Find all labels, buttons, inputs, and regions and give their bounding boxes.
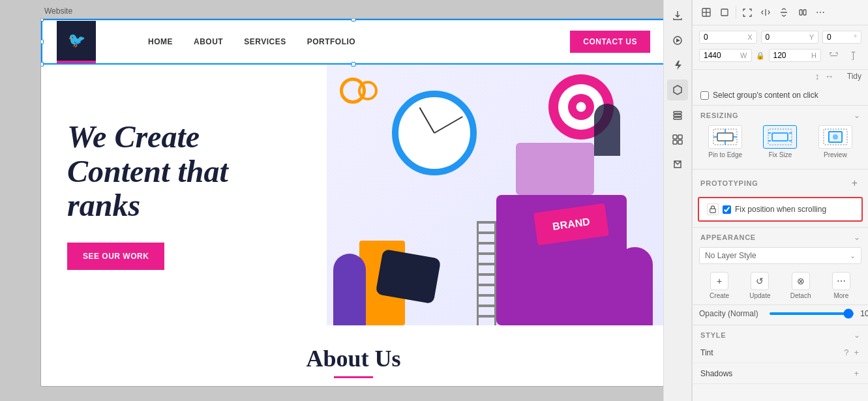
prototyping-section: PROTOTYPING + Fix position when scrollin… (693, 170, 868, 228)
resizing-chevron: ⌄ (854, 111, 860, 120)
detach-style-button[interactable]: ⊗ Detach (781, 272, 821, 299)
fit-height-button[interactable] (845, 47, 861, 64)
select-group-checkbox[interactable] (700, 91, 709, 100)
svg-rect-18 (717, 133, 733, 141)
y-input[interactable]: 0 (766, 33, 807, 42)
logo-icon: 🐦 (68, 32, 85, 49)
resizing-title: RESIZING (700, 111, 738, 119)
tidy-row: ↕ ↔ Tidy (693, 70, 868, 85)
fit-width-button[interactable] (825, 47, 842, 64)
ladder (477, 221, 496, 325)
play-icon[interactable] (667, 30, 688, 51)
svg-marker-2 (674, 85, 681, 95)
shadows-add-button[interactable]: + (852, 367, 860, 379)
toolbar-divider-1 (736, 6, 736, 19)
tint-actions: ? + (843, 346, 860, 359)
h-input-wrap: 120 H (769, 49, 822, 62)
hexagon-icon[interactable] (667, 80, 688, 100)
flip-v-button[interactable] (775, 4, 792, 21)
more-icon: ⋯ (832, 272, 850, 290)
shadows-label: Shadows (700, 369, 732, 378)
contact-button[interactable]: CONTACT US (570, 31, 650, 53)
handle-bc[interactable] (352, 62, 356, 67)
layer-style-dropdown[interactable]: No Layer Style ⌄ (699, 247, 861, 264)
svg-rect-9 (678, 140, 682, 144)
toolbar-top: ⋯ (693, 0, 868, 25)
hero-cta-button[interactable]: SEE OUR WORK (67, 243, 164, 270)
lock-icon[interactable]: 🔒 (756, 51, 765, 60)
about-underline (334, 376, 373, 378)
tint-row: Tint ? + (693, 342, 868, 363)
grid-icon[interactable] (667, 129, 688, 150)
person-figure-1 (594, 104, 620, 156)
opacity-value: 100% (858, 309, 868, 318)
handle-bl[interactable] (40, 62, 44, 67)
export-icon[interactable] (667, 5, 688, 26)
svg-rect-7 (678, 135, 682, 139)
preview-icon-box (818, 125, 852, 149)
site-hero: We Create Content that ranks SEE OUR WOR… (41, 65, 663, 325)
nav-links: HOME ABOUT SERVICES PORTFOLIO CONTACT US (148, 31, 650, 53)
update-style-button[interactable]: ↺ Update (740, 272, 780, 299)
style-title: STYLE (700, 331, 726, 339)
align-left-button[interactable] (698, 4, 715, 21)
prototyping-header[interactable]: PROTOTYPING + (693, 170, 868, 194)
svg-marker-1 (676, 38, 680, 42)
handle-tc[interactable] (352, 18, 356, 22)
fix-position-checkbox[interactable] (723, 205, 731, 214)
svg-rect-6 (673, 135, 677, 139)
preview-label: Preview (824, 151, 847, 158)
create-style-button[interactable]: + Create (699, 272, 740, 299)
flip-h-button[interactable] (757, 4, 774, 21)
person-figure-3 (617, 247, 653, 325)
fix-size-icon-box (763, 125, 797, 149)
site-about: About Us (41, 325, 663, 387)
tint-help-button[interactable]: ? (843, 346, 850, 359)
tint-add-button[interactable]: + (852, 346, 860, 359)
fix-position-row: Fix position when scrolling (698, 197, 863, 222)
fix-size-option[interactable]: Fix Size (755, 125, 805, 158)
nav-bar-container: 🐦 HOME ABOUT SERVICES PORTFOLIO CONTACT … (41, 19, 663, 65)
angle-input[interactable]: 0 (827, 33, 852, 42)
update-label: Update (749, 292, 770, 299)
prototyping-title: PROTOTYPING (700, 179, 758, 187)
right-panel: ⋯ 0 X 0 Y 0 ° 1440 W (692, 0, 868, 401)
h-input[interactable]: 120 (773, 51, 810, 60)
distribute-h2-button[interactable]: ↔ (825, 71, 834, 82)
w-input[interactable]: 1440 (704, 51, 738, 60)
nav-services: SERVICES (244, 37, 286, 46)
x-input[interactable]: 0 (704, 33, 745, 42)
tidy-button[interactable]: Tidy (847, 72, 861, 81)
canvas-area: Website 🐦 HOME ABOUT SERVICES PORTFOLIO (0, 0, 663, 401)
resizing-header[interactable]: RESIZING ⌄ (693, 106, 868, 123)
opacity-slider[interactable] (770, 312, 854, 315)
align-center-button[interactable] (716, 4, 733, 21)
appearance-header[interactable]: APPEARANCE ⌄ (693, 228, 868, 245)
size-constrain-button[interactable] (739, 4, 756, 21)
distribute-v-button[interactable]: ↕ (815, 71, 820, 82)
distribute-h-button[interactable] (794, 4, 811, 21)
shadows-row: Shadows + (693, 363, 868, 384)
handle-ml[interactable] (40, 40, 44, 44)
svg-rect-24 (772, 133, 788, 141)
shadows-actions: + (852, 367, 860, 379)
left-icon-panel (663, 0, 692, 401)
opacity-row: Opacity (Normal) 100% (693, 305, 868, 322)
prototyping-add-button[interactable]: + (849, 175, 860, 192)
more-options-button[interactable]: ⋯ (812, 4, 829, 21)
nav-about: ABOUT (194, 37, 223, 46)
layers-icon[interactable] (667, 104, 688, 125)
w-label: W (740, 52, 747, 59)
svg-rect-8 (673, 140, 677, 144)
more-style-button[interactable]: ⋯ More (821, 272, 861, 299)
svg-rect-13 (721, 9, 728, 16)
style-header[interactable]: STYLE ⌄ (693, 325, 868, 342)
tint-label: Tint (700, 348, 713, 357)
fix-position-icon (707, 203, 719, 215)
lightning-icon[interactable] (667, 55, 688, 76)
update-icon: ↺ (751, 272, 769, 290)
preview-option[interactable]: Preview (811, 125, 860, 158)
transform-icon[interactable] (667, 154, 688, 175)
handle-tl[interactable] (40, 18, 44, 22)
pin-to-edge-option[interactable]: Pin to Edge (700, 125, 750, 158)
